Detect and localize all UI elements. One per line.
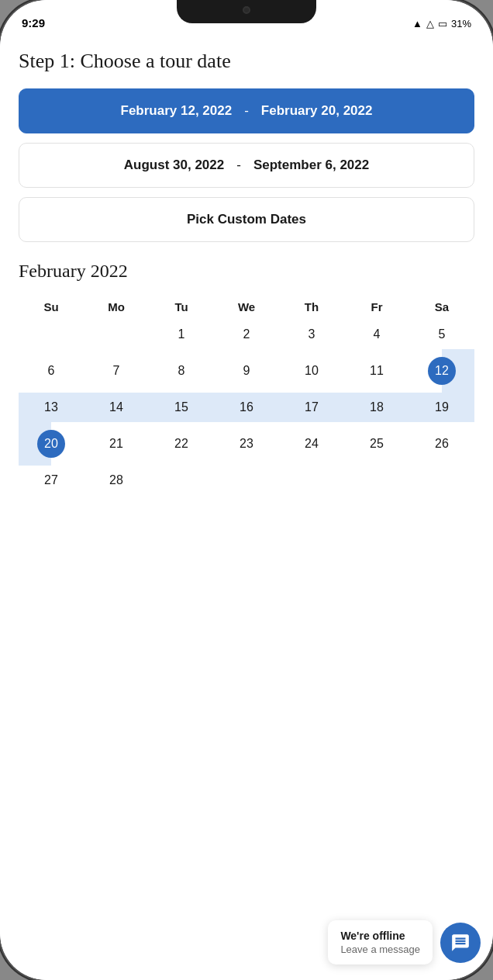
calendar-day-11[interactable]: 11 (344, 349, 409, 393)
day-circle-24: 24 (305, 437, 319, 451)
calendar-day-empty (344, 466, 409, 495)
day-circle-19: 19 (435, 400, 449, 414)
calendar-week-1: 6789101112 (19, 349, 474, 393)
calendar-week-3: 20212223242526 (19, 422, 474, 466)
day-circle-25: 25 (370, 437, 384, 451)
day-circle-22: 22 (174, 437, 188, 451)
calendar-day-empty (19, 320, 84, 349)
date-option-2-end: September 6, 2022 (253, 158, 369, 173)
chat-offline-subtitle: Leave a message (340, 944, 420, 955)
battery-indicator: ▭ (438, 18, 447, 29)
calendar-day-17[interactable]: 17 (279, 393, 344, 422)
calendar-grid: Su Mo Tu We Th Fr Sa 1234567891011121314… (19, 294, 474, 495)
calendar-day-16[interactable]: 16 (214, 393, 279, 422)
weekday-sa: Sa (409, 294, 474, 320)
calendar-day-15[interactable]: 15 (149, 393, 214, 422)
calendar-day-26[interactable]: 26 (409, 422, 474, 466)
chat-offline-title: We're offline (340, 930, 420, 942)
calendar-day-14[interactable]: 14 (84, 393, 149, 422)
day-circle-21: 21 (109, 437, 123, 451)
calendar-day-28[interactable]: 28 (84, 466, 149, 495)
calendar-day-19[interactable]: 19 (409, 393, 474, 422)
signal-icon: △ (426, 18, 434, 29)
calendar-day-3[interactable]: 3 (279, 320, 344, 349)
calendar-day-1[interactable]: 1 (149, 320, 214, 349)
date-option-1-sep: - (244, 103, 249, 119)
calendar-day-2[interactable]: 2 (214, 320, 279, 349)
day-circle-10: 10 (305, 364, 319, 378)
calendar-day-27[interactable]: 27 (19, 466, 84, 495)
chat-offline-bubble: We're offline Leave a message (328, 920, 433, 964)
calendar-day-8[interactable]: 8 (149, 349, 214, 393)
calendar-day-20[interactable]: 20 (19, 422, 84, 466)
calendar-day-12[interactable]: 12 (409, 349, 474, 393)
calendar-day-7[interactable]: 7 (84, 349, 149, 393)
calendar-day-22[interactable]: 22 (149, 422, 214, 466)
date-option-2-start: August 30, 2022 (124, 158, 224, 173)
day-circle-1: 1 (178, 327, 185, 341)
page-title: Step 1: Choose a tour date (19, 50, 474, 73)
calendar-day-9[interactable]: 9 (214, 349, 279, 393)
calendar-day-21[interactable]: 21 (84, 422, 149, 466)
weekday-tu: Tu (149, 294, 214, 320)
calendar-month-title: February 2022 (19, 261, 474, 282)
camera-dot (243, 6, 250, 14)
weekday-we: We (214, 294, 279, 320)
day-circle-3: 3 (309, 327, 315, 341)
calendar-day-13[interactable]: 13 (19, 393, 84, 422)
phone-frame: 9:29 ▲ △ ▭ 31% Step 1: Choose a tour dat… (0, 0, 493, 980)
day-circle-17: 17 (305, 400, 319, 414)
calendar-week-4: 2728 (19, 466, 474, 495)
calendar-day-empty (409, 466, 474, 495)
day-circle-8: 8 (178, 364, 185, 378)
day-circle-20: 20 (37, 430, 65, 458)
date-option-1[interactable]: February 12, 2022 - February 20, 2022 (19, 88, 474, 133)
calendar-day-empty (84, 320, 149, 349)
screen: 9:29 ▲ △ ▭ 31% Step 1: Choose a tour dat… (0, 0, 493, 980)
chat-open-button[interactable] (440, 923, 481, 963)
day-circle-14: 14 (109, 400, 123, 414)
status-icons: ▲ △ ▭ 31% (412, 18, 471, 29)
notch (177, 0, 316, 23)
calendar-day-4[interactable]: 4 (344, 320, 409, 349)
custom-dates-label: Pick Custom Dates (187, 212, 306, 227)
date-option-1-start: February 12, 2022 (121, 103, 233, 119)
calendar-day-10[interactable]: 10 (279, 349, 344, 393)
main-content: Step 1: Choose a tour date February 12, … (0, 34, 493, 980)
calendar-week-2: 13141516171819 (19, 393, 474, 422)
date-option-2-sep: - (236, 158, 241, 173)
calendar-day-25[interactable]: 25 (344, 422, 409, 466)
day-circle-15: 15 (174, 400, 188, 414)
calendar-day-24[interactable]: 24 (279, 422, 344, 466)
calendar-day-5[interactable]: 5 (409, 320, 474, 349)
battery-percent: 31% (451, 18, 471, 29)
custom-dates-button[interactable]: Pick Custom Dates (19, 197, 474, 242)
day-circle-7: 7 (113, 364, 120, 378)
weekday-su: Su (19, 294, 84, 320)
calendar-day-6[interactable]: 6 (19, 349, 84, 393)
chat-icon (450, 933, 471, 953)
calendar-section: February 2022 Su Mo Tu We Th Fr Sa (19, 261, 474, 495)
day-circle-11: 11 (370, 364, 384, 378)
day-circle-23: 23 (240, 437, 253, 451)
calendar-week-0: 12345 (19, 320, 474, 349)
wifi-icon: ▲ (412, 18, 422, 29)
day-circle-4: 4 (374, 327, 381, 341)
date-option-2[interactable]: August 30, 2022 - September 6, 2022 (19, 143, 474, 188)
day-circle-18: 18 (370, 400, 384, 414)
calendar-day-18[interactable]: 18 (344, 393, 409, 422)
weekday-th: Th (279, 294, 344, 320)
calendar-day-empty (214, 466, 279, 495)
day-circle-9: 9 (243, 364, 250, 378)
day-circle-5: 5 (439, 327, 446, 341)
weekday-mo: Mo (84, 294, 149, 320)
day-circle-2: 2 (243, 327, 250, 341)
date-option-1-end: February 20, 2022 (261, 103, 373, 119)
calendar-day-23[interactable]: 23 (214, 422, 279, 466)
day-circle-6: 6 (48, 364, 55, 378)
calendar-day-empty (149, 466, 214, 495)
status-time: 9:29 (22, 16, 45, 29)
calendar-header-row: Su Mo Tu We Th Fr Sa (19, 294, 474, 320)
day-circle-16: 16 (240, 400, 253, 414)
chat-widget: We're offline Leave a message (328, 920, 481, 964)
